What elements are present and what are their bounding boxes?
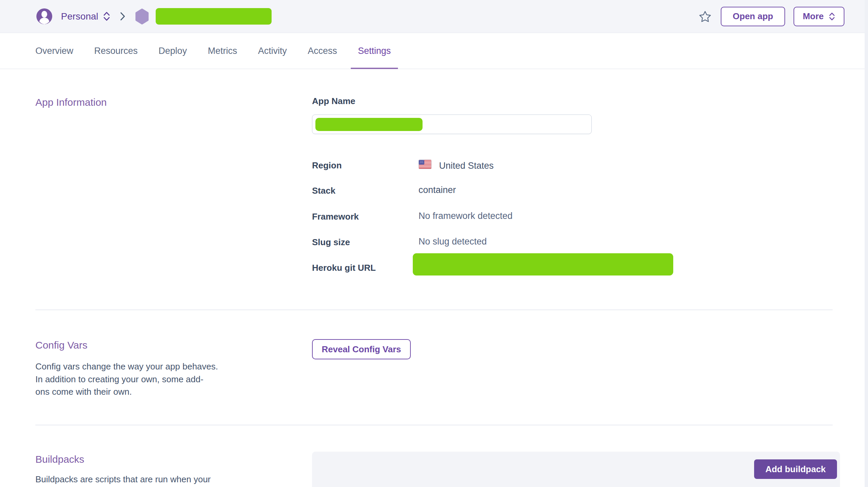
more-button[interactable]: More [794, 7, 844, 26]
redacted-app-name-value [315, 118, 423, 131]
region-value: United States [439, 161, 494, 171]
slug-size-label: Slug size [312, 237, 350, 248]
breadcrumb: Personal [36, 8, 272, 25]
config-vars-description-line: ons come with their own. [35, 387, 132, 397]
app-header: Personal Open app Mor [0, 0, 868, 33]
tab-access[interactable]: Access [308, 33, 337, 69]
section-divider [35, 425, 833, 425]
favorite-star-icon[interactable] [699, 10, 711, 22]
stack-label: Stack [312, 186, 335, 196]
breadcrumb-org-name[interactable]: Personal [61, 11, 98, 22]
region-label: Region [312, 160, 342, 171]
tab-overview[interactable]: Overview [35, 33, 73, 69]
header-actions: Open app More [699, 7, 844, 26]
config-vars-description-line: Config vars change the way your app beha… [35, 361, 218, 372]
app-information-heading: App Information [35, 97, 107, 108]
more-caret-icon [829, 12, 835, 21]
redacted-app-name [156, 8, 272, 25]
redacted-git-url-value [413, 253, 673, 275]
user-avatar-icon[interactable] [36, 8, 52, 24]
framework-label: Framework [312, 212, 359, 222]
app-name-label: App Name [312, 96, 355, 106]
slug-size-value: No slug detected [418, 236, 487, 247]
open-app-button[interactable]: Open app [721, 7, 785, 26]
reveal-config-vars-button[interactable]: Reveal Config Vars [312, 339, 411, 359]
buildpacks-description-line: Buildpacks are scripts that are run when… [35, 474, 211, 485]
add-buildpack-button[interactable]: Add buildpack [754, 459, 837, 479]
more-label: More [803, 11, 824, 22]
config-vars-description-line: In addition to creating your own, some a… [35, 374, 204, 385]
config-vars-heading: Config Vars [35, 339, 88, 351]
section-divider [35, 310, 833, 310]
tab-deploy[interactable]: Deploy [159, 33, 187, 69]
stack-value: container [418, 185, 456, 195]
heroku-git-url-label: Heroku git URL [312, 263, 376, 273]
buildpacks-heading: Buildpacks [35, 454, 84, 465]
tab-activity[interactable]: Activity [258, 33, 287, 69]
us-flag-icon [418, 160, 432, 169]
org-switcher-caret-icon[interactable] [103, 11, 111, 22]
app-nav-tabs: Overview Resources Deploy Metrics Activi… [0, 33, 868, 69]
scrollbar-track[interactable] [865, 0, 868, 487]
tab-metrics[interactable]: Metrics [208, 33, 237, 69]
open-app-label: Open app [733, 11, 773, 22]
framework-value: No framework detected [418, 211, 513, 221]
tab-resources[interactable]: Resources [94, 33, 138, 69]
chevron-right-icon [120, 11, 125, 21]
app-hexagon-icon [135, 8, 149, 25]
tab-settings[interactable]: Settings [358, 33, 391, 69]
